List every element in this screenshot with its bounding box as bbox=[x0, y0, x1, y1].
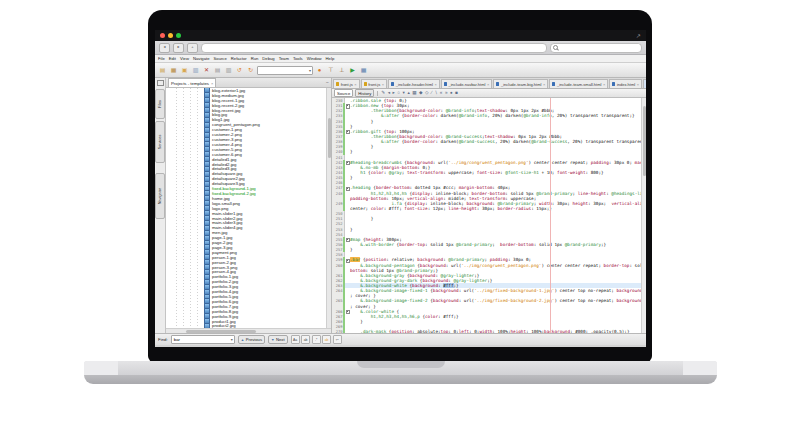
new-file-icon[interactable]: ▤ bbox=[158, 66, 167, 75]
editor-tab[interactable]: _include-header.html× bbox=[388, 79, 440, 88]
restore-window-icon[interactable] bbox=[157, 80, 164, 86]
regular-expression-toggle[interactable]: .* bbox=[312, 335, 321, 344]
scrollbar-thumb[interactable] bbox=[328, 118, 331, 158]
editor-tab-label: _include-header.html bbox=[396, 82, 433, 87]
match-case-toggle[interactable]: Aa bbox=[291, 335, 300, 344]
editor-tab[interactable]: front.js× bbox=[361, 79, 388, 88]
paste-icon[interactable]: ▥ bbox=[224, 66, 233, 75]
editor-tab[interactable]: _include-team-big.html× bbox=[493, 79, 548, 88]
close-tab-icon[interactable]: × bbox=[637, 82, 639, 87]
search-input[interactable] bbox=[560, 44, 639, 51]
clean-build-project-icon[interactable]: ⊥ bbox=[337, 66, 346, 75]
copy-icon[interactable]: ▤ bbox=[213, 66, 222, 75]
services-tab-label: Services bbox=[158, 135, 162, 150]
save-all-icon[interactable]: ▥ bbox=[191, 66, 200, 75]
find-next-button[interactable]: ▼ Next bbox=[268, 335, 288, 344]
wrap-around-toggle[interactable]: ↩ bbox=[333, 335, 342, 344]
find-query-combobox[interactable]: bar bbox=[171, 335, 235, 344]
resize-icon[interactable]: ↗ bbox=[636, 33, 641, 39]
comment-icon[interactable]: ∕ bbox=[431, 90, 432, 96]
editor-tab[interactable]: _include-team-small.html× bbox=[549, 79, 608, 88]
previous-bookmark-icon[interactable]: ◆ bbox=[419, 90, 423, 96]
files-tab-label: Files bbox=[158, 100, 162, 108]
back-icon[interactable]: ◂ bbox=[388, 90, 390, 96]
scrollbar-thumb[interactable] bbox=[643, 106, 646, 176]
find-previous-button[interactable]: ▲ Previous bbox=[238, 335, 265, 344]
menu-item-tools[interactable]: Tools bbox=[293, 55, 303, 62]
sidebar-tab-files[interactable]: Files bbox=[155, 89, 165, 119]
run-settings-icon[interactable]: ● bbox=[315, 66, 324, 75]
menu-item-team[interactable]: Team bbox=[279, 55, 289, 62]
menu-item-edit[interactable]: Edit bbox=[169, 55, 176, 62]
redo-icon[interactable]: ↻ bbox=[246, 66, 255, 75]
sidebar-tab-services[interactable]: Services bbox=[155, 121, 165, 163]
undo-icon[interactable]: ↺ bbox=[235, 66, 244, 75]
shift-line-right-icon[interactable]: » bbox=[445, 90, 448, 96]
menu-item-source[interactable]: Source bbox=[214, 55, 227, 62]
file-tree[interactable]: blog-exterior1.jpgblog-medium.jpgblog-re… bbox=[166, 88, 326, 328]
menu-item-refactor[interactable]: Refactor bbox=[231, 55, 247, 62]
stop-macro-recording-icon[interactable]: ■ bbox=[455, 90, 458, 96]
whole-words-toggle[interactable]: ab bbox=[301, 335, 310, 344]
start-macro-recording-icon[interactable]: ● bbox=[450, 90, 453, 96]
find-previous-occurrence-icon[interactable]: ▴ bbox=[407, 90, 409, 96]
scrollbar-thumb[interactable] bbox=[186, 330, 256, 333]
shift-line-left-icon[interactable]: « bbox=[440, 90, 443, 96]
laptop-notch bbox=[357, 361, 445, 368]
menu-item-debug[interactable]: Debug bbox=[262, 55, 274, 62]
menu-item-help[interactable]: Help bbox=[326, 55, 335, 62]
close-tab-icon[interactable]: × bbox=[487, 82, 489, 87]
cut-icon[interactable]: ✕ bbox=[202, 66, 211, 75]
tree-vertical-scrollbar[interactable] bbox=[326, 88, 331, 328]
tree-horizontal-scrollbar[interactable] bbox=[166, 328, 331, 333]
last-edited-icon[interactable]: ✎ bbox=[381, 90, 385, 96]
find-selection-icon[interactable]: ○ bbox=[397, 90, 400, 96]
back-button[interactable]: ◂ bbox=[159, 43, 170, 53]
menu-item-run[interactable]: Run bbox=[251, 55, 259, 62]
find-next-occurrence-icon[interactable]: ▾ bbox=[403, 90, 405, 96]
new-project-icon[interactable]: ▦ bbox=[169, 66, 178, 75]
menu-item-view[interactable]: View bbox=[180, 55, 189, 62]
menu-item-file[interactable]: File bbox=[158, 55, 165, 62]
project-config-combobox[interactable] bbox=[257, 66, 313, 75]
minimize-button[interactable] bbox=[168, 33, 173, 38]
history-view-button[interactable]: History bbox=[355, 89, 374, 97]
forward-icon[interactable]: ▸ bbox=[392, 90, 394, 96]
file-type-icon bbox=[612, 82, 615, 86]
editor-tab[interactable]: index.html× bbox=[609, 79, 642, 88]
close-panel-icon[interactable]: × bbox=[211, 81, 213, 86]
laptop-screen: ↗ ◂ ▸ + FileEditViewNavigateSourceRefact… bbox=[148, 10, 652, 362]
code-editor[interactable]: 230.ribbon.sale {top: 0;}231.ribbon.new … bbox=[332, 98, 641, 333]
close-tab-icon[interactable]: × bbox=[382, 82, 384, 87]
close-tab-icon[interactable]: × bbox=[434, 82, 436, 87]
open-project-icon[interactable]: ▣ bbox=[180, 66, 189, 75]
new-tab-button[interactable]: + bbox=[187, 43, 198, 53]
close-tab-icon[interactable]: × bbox=[603, 82, 605, 87]
editor-tab[interactable]: style.less× bbox=[643, 79, 646, 88]
sidebar-tab-navigator[interactable]: Navigator bbox=[155, 173, 165, 219]
build-project-icon[interactable]: ⊤ bbox=[326, 66, 335, 75]
address-bar[interactable] bbox=[201, 43, 547, 53]
menu-item-window[interactable]: Window bbox=[307, 55, 322, 62]
editor-vertical-scrollbar[interactable] bbox=[641, 98, 646, 333]
menu-item-navigate[interactable]: Navigate bbox=[193, 55, 210, 62]
profile-project-icon[interactable]: ▦ bbox=[359, 66, 368, 75]
run-project-icon[interactable]: ▶ bbox=[348, 66, 357, 75]
file-type-icon bbox=[336, 82, 339, 86]
editor-tab[interactable]: front.js× bbox=[333, 79, 360, 88]
search-field[interactable] bbox=[550, 43, 642, 53]
highlight-results-toggle[interactable]: ab bbox=[322, 335, 331, 344]
forward-button[interactable]: ▸ bbox=[173, 43, 184, 53]
close-tab-icon[interactable]: × bbox=[543, 82, 545, 87]
toggle-highlight-search-icon[interactable]: ▩ bbox=[412, 90, 416, 96]
minimize-panel-button[interactable]: − bbox=[326, 80, 329, 85]
source-view-button[interactable]: Source bbox=[334, 89, 353, 97]
minimized-panel-strip: FilesServicesNavigator bbox=[155, 78, 166, 333]
projects-tab[interactable]: Projects - templates × bbox=[168, 78, 216, 87]
editor-tab[interactable]: _include-navbar.html× bbox=[441, 79, 492, 88]
zoom-button[interactable] bbox=[176, 33, 181, 38]
close-tab-icon[interactable]: × bbox=[354, 82, 356, 87]
close-button[interactable] bbox=[160, 33, 165, 38]
uncomment-icon[interactable]: ∖ bbox=[434, 90, 437, 96]
next-bookmark-icon[interactable]: ◇ bbox=[425, 90, 429, 96]
